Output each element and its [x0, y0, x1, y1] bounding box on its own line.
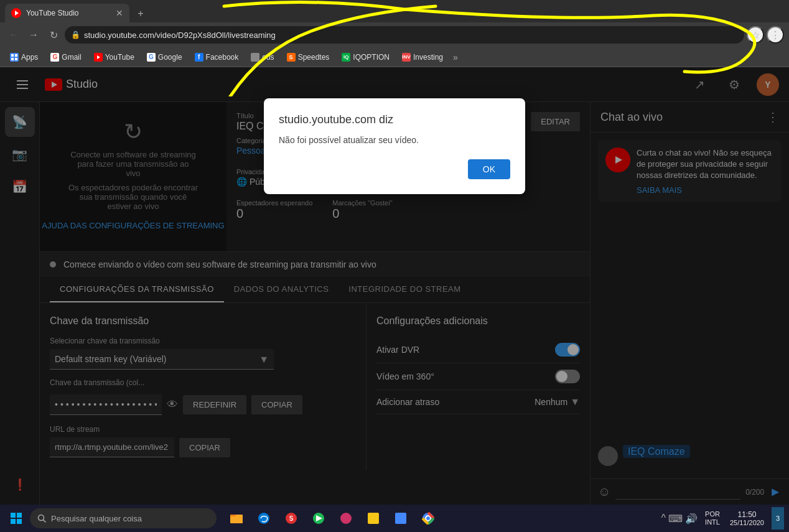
new-tab-btn[interactable]: + [132, 5, 149, 22]
chrome-menu-btn[interactable]: ⋮ [767, 26, 784, 44]
svg-rect-1 [11, 54, 14, 57]
eus-label: eus [262, 53, 274, 62]
iqoption-label: IQOPTION [353, 53, 390, 62]
svg-rect-3 [11, 58, 14, 60]
youtube-label: YouTube [105, 53, 134, 62]
bookmarks-bar: Apps G Gmail YouTube G Google f Facebook [0, 47, 789, 67]
forward-btn[interactable]: → [25, 26, 42, 44]
google-label: Google [158, 53, 182, 62]
investing-icon: INV [402, 53, 411, 62]
svg-rect-26 [395, 513, 406, 524]
notification-count: 3 [776, 515, 780, 522]
tray-time: 11:50 [737, 510, 756, 519]
tray-datetime[interactable]: 11:50 25/11/2020 [727, 510, 767, 526]
taskbar-app-6[interactable] [361, 506, 386, 531]
taskbar-app-7[interactable] [388, 506, 413, 531]
facebook-label: Facebook [206, 53, 239, 62]
svg-point-24 [340, 513, 352, 524]
svg-rect-25 [368, 513, 379, 524]
dialog-ok-btn[interactable]: OK [468, 159, 510, 179]
svg-rect-18 [230, 515, 236, 516]
tray-keyboard-icon[interactable]: ⌨ [668, 513, 683, 525]
bookmark-gmail[interactable]: G Gmail [45, 52, 86, 63]
taskbar-apps: S [224, 506, 441, 531]
dialog-message: Não foi possível atualizar seu vídeo. [279, 134, 510, 147]
tab-close-btn[interactable]: ✕ [116, 8, 123, 18]
tray-system-icons: ^ ⌨ 🔊 [661, 513, 698, 525]
taskbar-edge[interactable] [251, 506, 276, 531]
bookmark-youtube[interactable]: YouTube [89, 52, 139, 63]
chrome-tabs-bar: YouTube Studio ✕ + [0, 0, 789, 22]
bookmark-star-btn[interactable]: ☆ [747, 26, 764, 44]
svg-rect-13 [11, 519, 16, 524]
bookmark-eus[interactable]: eus [246, 52, 279, 63]
svg-rect-11 [11, 513, 16, 518]
speedtes-icon: S [287, 53, 296, 62]
studio-app: Studio ↗ ⚙ Y 📡 📷 📅 [0, 67, 789, 505]
active-tab[interactable]: YouTube Studio ✕ [5, 4, 129, 22]
apps-label: Apps [21, 53, 38, 62]
svg-marker-0 [15, 11, 19, 16]
tray-arrow-icon[interactable]: ^ [661, 513, 666, 524]
taskbar-chrome[interactable] [416, 506, 441, 531]
refresh-btn[interactable]: ↻ [45, 26, 62, 44]
google-icon: G [147, 53, 156, 62]
bookmark-facebook[interactable]: f Facebook [190, 52, 244, 63]
notifications-badge[interactable]: 3 [772, 507, 784, 530]
investing-label: Investing [413, 53, 443, 62]
bookmark-google[interactable]: G Google [142, 52, 187, 63]
youtube-icon [94, 53, 103, 62]
svg-rect-4 [15, 58, 17, 60]
url-text: studio.youtube.com/video/D92pXs8dOll/liv… [84, 30, 276, 40]
security-icon: 🔒 [71, 30, 80, 39]
eus-icon [251, 53, 259, 62]
dialog-title: studio.youtube.com diz [279, 113, 510, 126]
dialog-actions: OK [279, 159, 510, 179]
taskbar-search-bar[interactable]: Pesquisar qualquer coisa [30, 508, 217, 528]
svg-rect-2 [15, 54, 17, 57]
taskbar-tray: ^ ⌨ 🔊 PORINTL 11:50 25/11/2020 3 [661, 507, 784, 530]
taskbar-app-3[interactable]: S [279, 506, 304, 531]
taskbar-file-explorer[interactable] [224, 506, 249, 531]
iqoption-icon: IQ [342, 53, 350, 62]
taskbar-app-5[interactable] [334, 506, 358, 531]
apps-icon [10, 53, 19, 62]
svg-text:S: S [289, 515, 294, 522]
alert-dialog: studio.youtube.com diz Não foi possível … [264, 98, 525, 194]
svg-rect-14 [17, 519, 22, 524]
bookmark-apps[interactable]: Apps [5, 52, 43, 63]
windows-taskbar: Pesquisar qualquer coisa S [0, 505, 789, 532]
bookmark-iqoption[interactable]: IQ IQOPTION [337, 52, 394, 63]
tray-language: PORINTL [703, 510, 722, 526]
address-bar[interactable]: 🔒 studio.youtube.com/video/D92pXs8dOll/l… [65, 26, 744, 44]
bookmarks-more-btn[interactable]: » [451, 51, 460, 63]
tab-title: YouTube Studio [26, 9, 79, 17]
facebook-icon: f [195, 53, 203, 62]
tray-volume-icon[interactable]: 🔊 [685, 513, 698, 525]
gmail-icon: G [50, 53, 59, 62]
start-btn[interactable] [5, 507, 27, 530]
taskbar-app-4[interactable] [306, 506, 331, 531]
tray-date: 25/11/2020 [730, 519, 764, 526]
svg-line-16 [44, 520, 46, 523]
nav-right-buttons: ☆ ⋮ [747, 26, 784, 44]
bookmark-investing[interactable]: INV Investing [397, 52, 448, 63]
svg-point-29 [426, 516, 430, 520]
search-placeholder-text: Pesquisar qualquer coisa [51, 514, 142, 523]
tray-lang-text: PORINTL [705, 510, 720, 526]
svg-rect-12 [17, 513, 22, 518]
dialog-overlay: studio.youtube.com diz Não foi possível … [0, 67, 789, 505]
speedtes-label: Speedtes [298, 53, 330, 62]
back-btn[interactable]: ← [5, 26, 22, 44]
chrome-nav-bar: ← → ↻ 🔒 studio.youtube.com/video/D92pXs8… [0, 22, 789, 47]
svg-marker-5 [97, 55, 100, 59]
bookmark-speedtes[interactable]: S Speedtes [282, 52, 335, 63]
tab-favicon [11, 8, 21, 18]
gmail-label: Gmail [62, 53, 81, 62]
